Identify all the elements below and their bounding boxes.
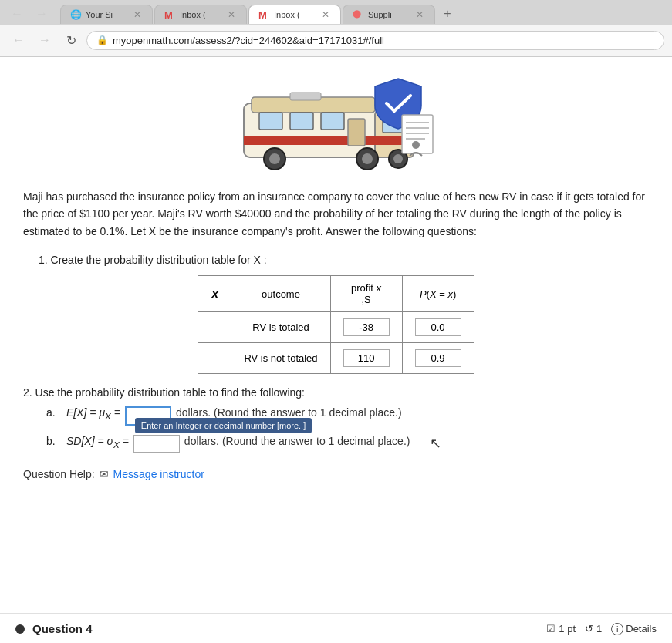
tab-yoursite-icon: 🌐 [70,9,81,20]
tab-inbox1[interactable]: M Inbox ( ✕ [154,5,247,24]
table-cell-profit2[interactable] [330,343,402,374]
tries-item: ↺ 1 [585,623,602,635]
tab-inbox1-icon: M [164,9,175,20]
tab-suppli-label: Suppli [368,10,392,19]
tries-label: 1 [596,623,602,635]
prob2-input[interactable] [415,349,461,367]
svg-rect-7 [244,136,414,145]
sub-q-b-label: b. [46,435,62,447]
table-header-outcome: outcome [231,276,330,312]
question-dot [15,624,25,634]
tab-yoursite[interactable]: 🌐 Your Si ✕ [60,5,153,24]
tab-yoursite-label: Your Si [86,10,113,19]
sub-q-b-math: SD[X] = σX = [66,435,129,449]
cursor-arrow-icon: ↖ [430,435,441,452]
tab-inbox2-label: Inbox ( [274,10,300,19]
prob-table: X outcome profit x,S P(X = x) RV is tota… [198,275,474,374]
sub-q-b: b. SD[X] = σX = Enter an Integer or deci… [46,435,649,453]
tries-icon: ↺ [585,623,593,635]
table-header-prob: P(X = x) [402,276,474,312]
tab-suppli-icon: ⬤ [353,9,363,20]
svg-rect-5 [321,113,344,130]
sub-q-a-label: a. [46,406,62,419]
table-row-totaled: RV is totaled [198,312,474,343]
lock-icon: 🔒 [96,35,108,45]
svg-rect-3 [259,113,282,130]
tab-inbox1-label: Inbox ( [180,10,206,19]
tooltip-popup: Enter an Integer or decimal number [more… [135,418,312,433]
new-tab-button[interactable]: + [437,3,458,25]
tab-bar: ← → 🌐 Your Si ✕ M Inbox ( ✕ M Inbox ( ✕ … [0,0,672,25]
question2-section: 2. Use the probability distribution tabl… [23,386,649,453]
sub-q-a-note: dollars. (Round the answer to 1 decimal … [176,406,402,419]
tab-back-button[interactable]: ← [6,3,28,25]
address-text: myopenmath.com/assess2/?cid=244602&aid=1… [113,35,654,46]
points-label: 1 pt [559,623,576,635]
page-content: Maji has purchased the insurance policy … [0,57,672,643]
question1-label: 1. Create the probability distribution t… [39,254,649,266]
svg-point-21 [412,141,420,149]
question-meta: ☑ 1 pt ↺ 1 i Details [546,623,657,635]
details-button[interactable]: i Details [611,623,657,635]
nav-bar: ← → ↻ 🔒 myopenmath.com/assess2/?cid=2446… [0,25,672,56]
prob-table-container: X outcome profit x,S P(X = x) RV is tota… [23,275,649,374]
question-help-label: Question Help: [23,468,95,480]
table-cell-prob1[interactable] [402,312,474,343]
browser-chrome: ← → 🌐 Your Si ✕ M Inbox ( ✕ M Inbox ( ✕ … [0,0,672,57]
table-cell-prob2[interactable] [402,343,474,374]
illustration-area [23,72,649,173]
reload-button[interactable]: ↻ [60,29,82,51]
table-cell-profit1[interactable] [330,312,402,343]
svg-rect-15 [290,93,321,100]
table-header-x: X [198,276,231,312]
tab-forward-button[interactable]: → [31,3,52,25]
table-cell-x1 [198,312,231,343]
checkbox-icon: ☑ [546,623,555,635]
tab-inbox1-close[interactable]: ✕ [226,9,237,20]
message-instructor-link[interactable]: Message instructor [113,468,204,480]
rv-illustration [228,72,444,173]
tab-inbox2-close[interactable]: ✕ [320,9,331,20]
forward-button[interactable]: → [34,29,56,51]
svg-rect-14 [348,119,365,146]
sub-questions: a. E[X] = μX = dollars. (Round the answe… [46,406,649,453]
question-nav: Question 4 [15,622,93,635]
svg-rect-4 [290,113,313,130]
table-cell-outcome1: RV is totaled [231,312,330,343]
table-header-profit: profit x,S [330,276,402,312]
svg-point-9 [269,153,280,164]
points-item: ☑ 1 pt [546,623,576,635]
problem-text: Maji has purchased the insurance policy … [23,188,649,240]
tab-yoursite-close[interactable]: ✕ [132,9,143,20]
table-cell-outcome2: RV is not totaled [231,343,330,374]
std-dev-input[interactable] [133,435,180,453]
bottom-bar: Question 4 ☑ 1 pt ↺ 1 i Details [0,613,672,643]
table-row-not-totaled: RV is not totaled [198,343,474,374]
tab-inbox2-icon: M [258,9,269,20]
address-bar[interactable]: 🔒 myopenmath.com/assess2/?cid=244602&aid… [86,31,664,50]
sub-q-a-math: E[X] = μX = [66,406,120,421]
details-label: Details [626,623,657,635]
sub-q-b-note: dollars. (Round the answer to 1 decimal … [184,435,410,447]
profit2-input[interactable] [343,349,390,367]
question-help: Question Help: ✉ Message instructor [23,468,649,480]
table-cell-x2 [198,343,231,374]
rv-svg [228,72,444,173]
svg-point-13 [393,154,403,163]
svg-point-11 [362,153,373,164]
question2-label: 2. Use the probability distribution tabl… [23,386,649,399]
tab-suppli-close[interactable]: ✕ [414,9,425,20]
question-name: Question 4 [32,622,93,635]
profit1-input[interactable] [343,318,390,336]
info-icon: i [611,623,623,635]
tab-inbox2[interactable]: M Inbox ( ✕ [248,5,341,24]
prob1-input[interactable] [415,318,461,336]
tab-suppli[interactable]: ⬤ Suppli ✕ [343,5,435,24]
back-button[interactable]: ← [8,29,29,51]
mail-icon: ✉ [100,468,109,480]
